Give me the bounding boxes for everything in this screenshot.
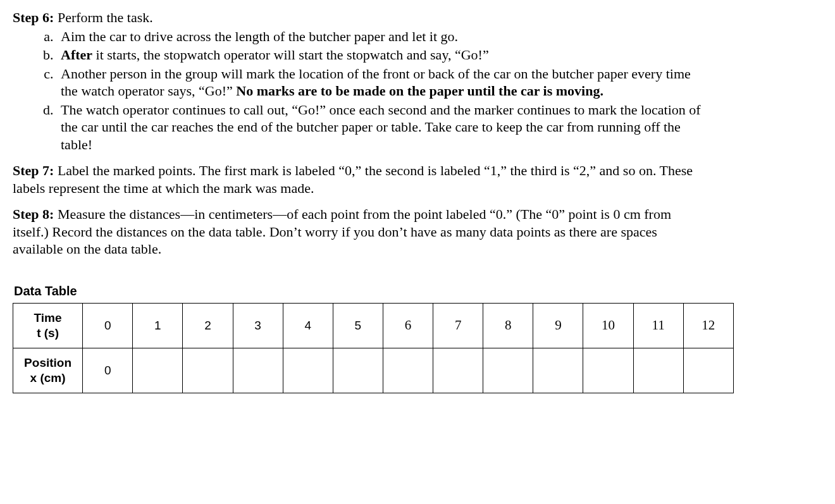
step-7: Step 7: Label the marked points. The fir… <box>13 162 708 197</box>
time-row: Time t (s) 0 1 2 3 4 5 6 7 8 9 10 11 12 <box>13 303 734 348</box>
data-table: Time t (s) 0 1 2 3 4 5 6 7 8 9 10 11 12 … <box>13 303 734 393</box>
step-8-label: Step 8: <box>13 206 54 222</box>
time-cell: 5 <box>333 303 383 348</box>
position-header-line1: Position <box>24 356 71 369</box>
step-6-title: Perform the task. <box>54 9 152 25</box>
time-row-header: Time t (s) <box>13 303 83 348</box>
time-cell: 4 <box>283 303 333 348</box>
position-row: Position x (cm) 0 <box>13 348 734 393</box>
step-7-label: Step 7: <box>13 163 54 178</box>
step-6-d: The watch operator continues to call out… <box>57 101 708 154</box>
time-cell: 10 <box>583 303 633 348</box>
position-row-header: Position x (cm) <box>13 348 83 393</box>
position-cell <box>233 348 283 393</box>
time-cell: 7 <box>433 303 483 348</box>
step-6-b-bold: After <box>61 47 92 63</box>
position-cell <box>383 348 433 393</box>
position-header-line2: x (cm) <box>30 371 66 384</box>
time-cell: 3 <box>233 303 283 348</box>
position-cell <box>483 348 533 393</box>
time-header-line2: t (s) <box>37 326 59 340</box>
position-cell: 0 <box>83 348 133 393</box>
step-6-c: Another person in the group will mark th… <box>57 65 708 100</box>
time-cell: 2 <box>183 303 233 348</box>
step-7-text: Label the marked points. The first mark … <box>13 163 693 196</box>
time-cell: 0 <box>83 303 133 348</box>
time-cell: 9 <box>533 303 583 348</box>
position-cell <box>283 348 333 393</box>
step-6-a: Aim the car to drive across the length o… <box>57 28 708 46</box>
position-cell <box>433 348 483 393</box>
time-cell: 1 <box>133 303 183 348</box>
time-cell: 8 <box>483 303 533 348</box>
step-6-b: After it starts, the stopwatch operator … <box>57 46 708 64</box>
position-cell <box>683 348 733 393</box>
time-cell: 6 <box>383 303 433 348</box>
position-cell <box>333 348 383 393</box>
step-6-substeps: Aim the car to drive across the length o… <box>13 28 708 154</box>
data-table-title: Data Table <box>14 283 822 299</box>
position-cell <box>183 348 233 393</box>
step-6-label: Step 6: <box>13 9 54 25</box>
time-cell: 11 <box>633 303 683 348</box>
position-cell <box>583 348 633 393</box>
step-6-c-bold: No marks are to be made on the paper unt… <box>236 83 603 99</box>
time-header-line1: Time <box>34 311 62 324</box>
step-6-b-rest: it starts, the stopwatch operator will s… <box>92 47 489 63</box>
position-cell <box>533 348 583 393</box>
time-cell: 12 <box>683 303 733 348</box>
step-8: Step 8: Measure the distances—in centime… <box>13 206 708 258</box>
position-cell <box>633 348 683 393</box>
step-8-text: Measure the distances—in centimeters—of … <box>13 206 671 257</box>
position-cell <box>133 348 183 393</box>
step-6: Step 6: Perform the task. Aim the car to… <box>13 9 708 153</box>
